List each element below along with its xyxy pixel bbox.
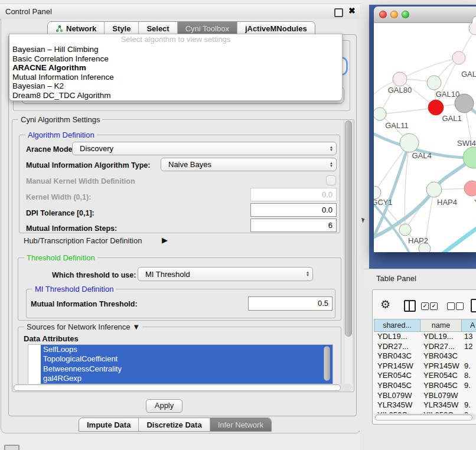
- aracne-mode-combobox[interactable]: Discovery ▲▼: [72, 142, 337, 155]
- node: [469, 23, 476, 35]
- network-canvas[interactable]: GAL2 GAL80 GAL10 GAL1 GAL11 GAL4 SWI4 GC…: [374, 23, 476, 252]
- algorithm-dropdown-popup: Select algorithm to view settings Bayesi…: [9, 34, 343, 101]
- data-attributes-list[interactable]: SelfLoops TopologicalCoefficient Between…: [28, 344, 333, 384]
- dropdown-item[interactable]: Bayesian – K2: [9, 81, 342, 91]
- threshold-definition-title: Threshold Definition: [24, 253, 97, 262]
- unchecked-checkbox-icon[interactable]: [456, 302, 464, 310]
- tab-impute-data[interactable]: Impute Data: [79, 418, 138, 431]
- table-hscrollbar-thumb[interactable]: [375, 415, 472, 420]
- tab-jactivemnodules-label: jActiveMNodules: [245, 24, 307, 33]
- control-panel-titlebar: Control Panel ✖: [0, 4, 361, 20]
- mi-threshold-field[interactable]: 0.5: [248, 296, 332, 311]
- node-gcy1: [374, 186, 381, 199]
- table-row[interactable]: YBR043CYBR043C: [374, 351, 476, 361]
- tab-network-label: Network: [66, 24, 96, 33]
- tab-discretize-data-label: Discretize Data: [146, 420, 201, 429]
- expand-arrow-icon[interactable]: ▼: [132, 322, 140, 331]
- dpi-tolerance-field[interactable]: 0.0: [250, 203, 337, 217]
- which-threshold-value: MI Threshold: [138, 270, 303, 279]
- tab-discretize-data[interactable]: Discretize Data: [138, 418, 209, 431]
- node-gal80: [393, 72, 407, 86]
- mi-type-combobox[interactable]: Naive Bayes ▲▼: [161, 158, 337, 171]
- close-icon[interactable]: ✖: [348, 6, 356, 15]
- node-gal2: [452, 51, 465, 64]
- dropdown-item-selected[interactable]: ARACNE Algorithm: [9, 63, 342, 73]
- tab-cyni-toolbox-label: Cyni Toolbox: [185, 24, 229, 33]
- network-window-titlebar[interactable]: [374, 6, 476, 23]
- manual-kernel-checkbox[interactable]: [326, 175, 336, 185]
- dropdown-item[interactable]: Mutual Information Inference: [9, 73, 342, 82]
- kernel-width-label: Kernel Width (0,1):: [26, 193, 91, 201]
- table-row[interactable]: YBR045CYBR045C9.: [374, 381, 476, 391]
- node-gal11: [374, 107, 386, 120]
- mi-type-label: Mutual Information Algorithm Type:: [26, 161, 150, 169]
- collapsed-panel-stub[interactable]: [4, 445, 19, 450]
- bottom-tabbar: Impute Data Discretize Data Infer Networ…: [79, 418, 272, 432]
- float-window-icon[interactable]: [334, 8, 343, 17]
- tab-impute-data-label: Impute Data: [87, 420, 131, 429]
- tab-style-label: Style: [112, 24, 131, 33]
- gear-icon[interactable]: ⚙: [380, 299, 390, 311]
- node-label: GAL80: [388, 86, 412, 94]
- node-label: GAL11: [385, 121, 409, 130]
- table-row[interactable]: YER054CYER054C8.: [374, 371, 476, 381]
- sources-title-text: Sources for Network Inference: [27, 322, 131, 331]
- columns-icon[interactable]: [404, 300, 416, 312]
- mi-steps-label: Mutual Information Steps:: [26, 224, 117, 233]
- data-attributes-label: Data Attributes: [24, 334, 79, 343]
- table-row[interactable]: YPR145WYPR145W9.: [374, 361, 476, 371]
- which-threshold-label: Which threshold to use:: [52, 271, 136, 279]
- table-row[interactable]: YLR345WYLR345W9.: [374, 400, 476, 410]
- dropdown-item[interactable]: Bayesian – Hill Climbing: [9, 45, 342, 54]
- node-gal4: [400, 133, 419, 152]
- list-item[interactable]: SelfLoops: [41, 345, 332, 354]
- settings-hscrollbar-thumb[interactable]: [14, 384, 341, 391]
- node-table[interactable]: shared... name A YDL19...YDL19...13 YDR2…: [374, 319, 476, 420]
- settings-group-title: Cyni Algorithm Settings: [18, 115, 102, 124]
- network-window[interactable]: GAL2 GAL80 GAL10 GAL1 GAL11 GAL4 SWI4 GC…: [374, 6, 476, 252]
- aracne-mode-value: Discovery: [73, 144, 327, 153]
- table-row[interactable]: YDL19...YDL19...13: [374, 332, 476, 342]
- chevron-updown-icon: ▲▼: [327, 146, 336, 152]
- which-threshold-combobox[interactable]: MI Threshold ▲▼: [138, 267, 313, 281]
- list-item[interactable]: TopologicalCoefficient: [41, 354, 332, 364]
- node-gal10: [427, 76, 441, 90]
- node-hap4: [426, 182, 442, 197]
- node-label: HAP4: [437, 198, 457, 207]
- table-panel-titlebar: Table Panel: [364, 269, 476, 288]
- page-icon[interactable]: [471, 299, 476, 312]
- node-label: GAL4: [412, 151, 431, 160]
- minimize-traffic-light-icon[interactable]: [390, 11, 398, 18]
- screen: Control Panel ✖ Network Style Select Cyn…: [0, 0, 476, 450]
- chevron-updown-icon: ▲▼: [303, 271, 312, 277]
- node-label: SWI4: [457, 139, 476, 148]
- checked-checkbox-icon[interactable]: ✓: [430, 302, 438, 310]
- column-header-partial[interactable]: A: [462, 319, 476, 332]
- list-item[interactable]: BetweennessCentrality: [41, 364, 332, 374]
- dpi-tolerance-label: DPI Tolerance [0,1]:: [26, 209, 94, 217]
- settings-vscrollbar-thumb[interactable]: [345, 120, 352, 337]
- sources-group-title: Sources for Network Inference ▼: [24, 322, 142, 331]
- aracne-mode-label: Aracne Mode:: [26, 145, 75, 154]
- node-label: GAL2: [461, 70, 476, 79]
- node-salmon: [464, 181, 476, 196]
- apply-button[interactable]: Apply: [146, 399, 182, 413]
- table-row[interactable]: YDR27...YDR27...12: [374, 342, 476, 352]
- zoom-traffic-light-icon[interactable]: [402, 11, 409, 18]
- mi-steps-field[interactable]: 6: [250, 219, 337, 232]
- column-header-name[interactable]: name: [420, 319, 462, 332]
- table-row[interactable]: YBL079WYBL079W: [374, 391, 476, 401]
- unchecked-checkbox-icon[interactable]: [447, 302, 455, 310]
- close-traffic-light-icon[interactable]: [379, 11, 387, 18]
- mi-type-value: Naive Bayes: [161, 160, 327, 169]
- list-scrollbar-thumb[interactable]: [324, 346, 330, 381]
- column-header-shared[interactable]: shared...: [374, 319, 420, 332]
- checked-checkbox-icon[interactable]: ✓: [421, 302, 429, 310]
- dropdown-item[interactable]: Basic Correlation Inference: [9, 54, 342, 64]
- tab-infer-network[interactable]: Infer Network: [210, 418, 271, 431]
- dropdown-item[interactable]: Dream8 DC_TDC Algorithm: [9, 91, 342, 100]
- list-item[interactable]: gal4RGexp: [41, 374, 332, 383]
- manual-kernel-label: Manual Kernel Width Definition: [26, 177, 135, 185]
- collapse-arrow-icon[interactable]: ▶: [162, 236, 168, 244]
- kernel-width-field[interactable]: 0.0: [250, 188, 337, 201]
